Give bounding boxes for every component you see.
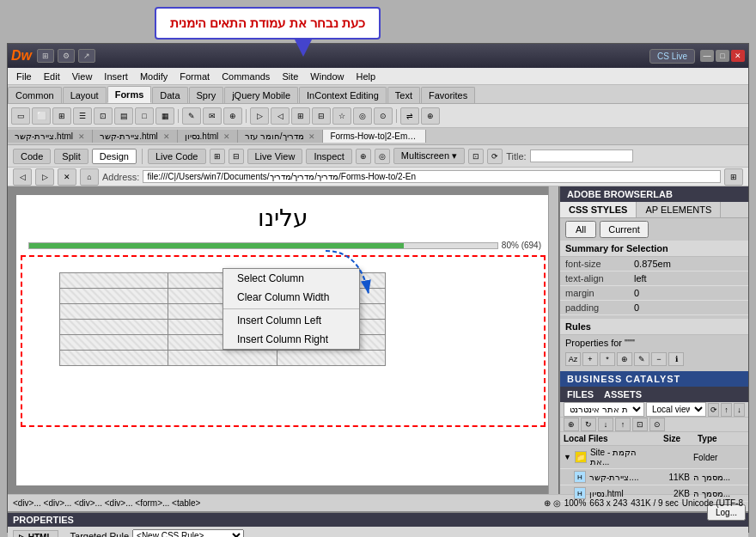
- sub-btn-5[interactable]: ⊡: [468, 149, 484, 164]
- info-icon[interactable]: ℹ: [668, 352, 684, 366]
- menu-edit[interactable]: Edit: [39, 70, 65, 83]
- files-nav-5[interactable]: ⊡: [632, 418, 648, 431]
- sub-btn-3[interactable]: ⊕: [356, 149, 371, 164]
- menu-help[interactable]: Help: [351, 70, 381, 83]
- tab-spry[interactable]: Spry: [189, 87, 224, 103]
- cs-live-badge[interactable]: CS Live: [649, 49, 695, 64]
- address-input[interactable]: [143, 170, 721, 183]
- menu-insert[interactable]: Insert: [99, 70, 133, 83]
- title-input[interactable]: [530, 150, 633, 162]
- menu-window[interactable]: Window: [305, 70, 349, 83]
- menu-file[interactable]: File: [11, 70, 37, 83]
- view-liveview-button[interactable]: Live View: [247, 149, 303, 164]
- files-nav-4[interactable]: ↑: [615, 418, 631, 431]
- view-livecode-button[interactable]: Live Code: [148, 149, 206, 164]
- html-tab[interactable]: ▷ HTML: [13, 530, 58, 537]
- sub-btn-1[interactable]: ⊞: [210, 149, 225, 164]
- up-btn[interactable]: ↑: [721, 403, 732, 417]
- tab-layout[interactable]: Layout: [63, 87, 107, 103]
- tab-forms[interactable]: Forms: [107, 86, 152, 103]
- refresh-btn[interactable]: ⟳: [708, 403, 719, 417]
- current-button[interactable]: Current: [600, 221, 649, 238]
- doc-tab-4[interactable]: מדריך/חומר עזר ✕: [238, 130, 323, 143]
- view-multiscreen-button[interactable]: Multiscreen ▾: [393, 148, 465, 164]
- tab-css-styles[interactable]: CSS STYLES: [560, 202, 637, 217]
- tab-common[interactable]: Common: [8, 87, 62, 103]
- file-row-1[interactable]: H ציירת-קשר.... 11KB מסמך ה...: [560, 469, 748, 485]
- toolbar-btn-4[interactable]: ☰: [73, 107, 92, 125]
- file-row-site[interactable]: ▼ 📁 Site - הקמת את... Folder: [560, 446, 748, 469]
- context-menu-insert-right[interactable]: Insert Column Right: [223, 330, 359, 349]
- browse-icon[interactable]: ⊞: [724, 168, 743, 186]
- doc-tab-5[interactable]: Forms-How-to|2-Empty[ציירת-קשר.html] ✕: [323, 130, 426, 143]
- vertical-scrollbar[interactable]: [548, 186, 558, 494]
- toolbar-btn-9[interactable]: ✎: [182, 107, 201, 125]
- toolbar-btn-1[interactable]: ▭: [11, 107, 30, 125]
- tab-ap-elements[interactable]: AP ELEMENTS: [637, 202, 721, 217]
- toolbar-btn-13[interactable]: ◁: [271, 107, 290, 125]
- view-inspect-button[interactable]: Inspect: [306, 149, 351, 164]
- view-split-button[interactable]: Split: [54, 149, 88, 164]
- files-nav-6[interactable]: ⊙: [649, 418, 665, 431]
- toolbar-btn-10[interactable]: ✉: [203, 107, 222, 125]
- tab-favorites[interactable]: Favorites: [421, 87, 475, 103]
- toolbar-btn-20[interactable]: ⊕: [421, 107, 440, 125]
- nav-stop-button[interactable]: ✕: [58, 168, 76, 186]
- toolbar-btn-3[interactable]: ⊞: [52, 107, 71, 125]
- view-code-button[interactable]: Code: [13, 149, 51, 164]
- files-nav-2[interactable]: ↻: [581, 418, 596, 431]
- menu-view[interactable]: View: [67, 70, 98, 83]
- view-design-button[interactable]: Design: [92, 149, 137, 164]
- settings-icon[interactable]: ⚙: [58, 49, 75, 63]
- toolbar-btn-16[interactable]: ☆: [332, 107, 351, 125]
- sub-btn-6[interactable]: ⟳: [487, 149, 503, 164]
- toolbar-btn-14[interactable]: ⊞: [291, 107, 310, 125]
- toolbar-btn-5[interactable]: ⊡: [94, 107, 113, 125]
- menu-modify[interactable]: Modify: [135, 70, 173, 83]
- sub-btn-4[interactable]: ◎: [375, 149, 390, 164]
- star-icon[interactable]: *: [600, 352, 615, 366]
- files-nav-3[interactable]: ↓: [598, 418, 613, 431]
- tab-incontext[interactable]: InContext Editing: [299, 87, 387, 103]
- down-btn[interactable]: ↓: [734, 403, 745, 417]
- view-select[interactable]: Local view: [646, 402, 706, 417]
- nav-back-button[interactable]: ◁: [13, 168, 32, 186]
- toolbar-btn-7[interactable]: □: [135, 107, 154, 125]
- tab-text[interactable]: Text: [387, 87, 420, 103]
- tab-jquery-mobile[interactable]: jQuery Mobile: [224, 87, 298, 103]
- all-button[interactable]: All: [565, 221, 596, 238]
- toolbar-btn-8[interactable]: ▦: [155, 107, 174, 125]
- toolbar-btn-2[interactable]: ⬜: [32, 107, 51, 125]
- menu-site[interactable]: Site: [277, 70, 303, 83]
- doc-tab-2[interactable]: ציירת-קשר.html ✕: [93, 130, 178, 143]
- toolbar-btn-12[interactable]: ▷: [250, 107, 269, 125]
- link-icon[interactable]: ⊕: [617, 352, 632, 366]
- nav-home-button[interactable]: ⌂: [80, 168, 99, 186]
- files-nav-1[interactable]: ⊕: [564, 418, 579, 431]
- nav-forward-button[interactable]: ▷: [35, 168, 54, 186]
- maximize-button[interactable]: □: [716, 50, 729, 62]
- close-button[interactable]: ✕: [731, 50, 745, 62]
- share-icon[interactable]: ↗: [78, 49, 95, 63]
- grid-icon[interactable]: ⊞: [37, 49, 54, 63]
- site-select[interactable]: ת אתר אינטרנט: [564, 402, 644, 417]
- toolbar-btn-17[interactable]: ◎: [353, 107, 372, 125]
- sub-btn-2[interactable]: ⊟: [229, 149, 244, 164]
- toolbar-btn-15[interactable]: ⊟: [312, 107, 331, 125]
- az-sort-icon[interactable]: Az: [565, 352, 581, 366]
- minus-icon[interactable]: −: [651, 352, 667, 366]
- tab-data[interactable]: Data: [152, 87, 187, 103]
- doc-tab-1[interactable]: ציירת-קשר.html ✕: [8, 130, 93, 143]
- toolbar-btn-11[interactable]: ⊕: [223, 107, 242, 125]
- menu-commands[interactable]: Commands: [216, 70, 275, 83]
- minimize-button[interactable]: —: [700, 50, 714, 62]
- targeted-rule-select[interactable]: <New CSS Rule>: [132, 529, 244, 537]
- doc-tab-3[interactable]: נסיון.html ✕: [178, 130, 238, 143]
- menu-format[interactable]: Format: [174, 70, 215, 83]
- context-menu-clear-width[interactable]: Clear Column Width: [223, 288, 359, 307]
- toolbar-btn-19[interactable]: ⇌: [400, 107, 419, 125]
- context-menu-select-column[interactable]: Select Column: [223, 269, 359, 288]
- context-menu-insert-left[interactable]: Insert Column Left: [223, 311, 359, 330]
- toolbar-btn-6[interactable]: ▤: [114, 107, 133, 125]
- plus-icon[interactable]: +: [582, 352, 598, 366]
